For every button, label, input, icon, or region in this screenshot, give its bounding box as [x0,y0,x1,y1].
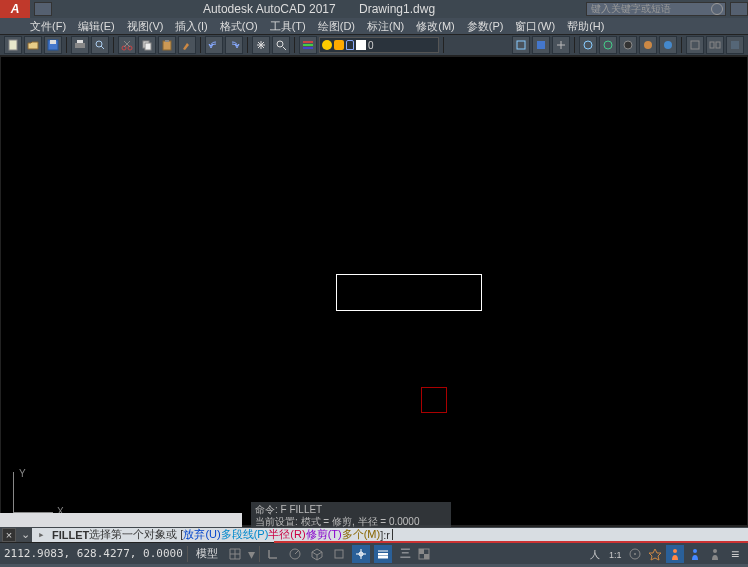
tool-a[interactable] [512,36,530,54]
svg-point-15 [277,41,283,47]
transparency-button[interactable] [415,545,433,563]
layer-name: 0 [368,40,374,51]
cmdline-close-button[interactable]: × [2,528,16,542]
svg-rect-3 [75,43,85,48]
command-line: × ⌄ FILLET 选择第一个对象或 [ 放弃(U) 多段线(P) 半径(R)… [0,526,748,542]
cut-button[interactable] [118,36,136,54]
menu-view[interactable]: 视图(V) [127,19,164,34]
new-button[interactable] [4,36,22,54]
svg-rect-29 [716,42,720,48]
menu-tools[interactable]: 工具(T) [270,19,306,34]
window-minimize[interactable] [730,2,748,16]
qat-dropdown[interactable] [34,2,52,16]
scrollbar-horizontal[interactable] [0,513,242,527]
menu-help[interactable]: 帮助(H) [567,19,604,34]
command-input[interactable]: FILLET 选择第一个对象或 [ 放弃(U) 多段线(P) 半径(R) 修剪(… [32,528,748,542]
svg-point-42 [693,549,697,553]
menu-insert[interactable]: 插入(I) [175,19,207,34]
svg-point-22 [584,41,592,49]
customize-button[interactable]: ≡ [726,545,744,563]
cmd-opt-undo[interactable]: 放弃(U) [183,527,220,542]
open-button[interactable] [24,36,42,54]
menu-parametric[interactable]: 参数(P) [467,19,504,34]
model-label[interactable]: 模型 [192,546,222,561]
pan-button[interactable] [252,36,270,54]
menu-modify[interactable]: 修改(M) [416,19,455,34]
cmd-opt-poly[interactable]: 多段线(P) [221,527,269,542]
infocenter-search[interactable]: 键入关键字或短语 [586,2,726,16]
redo-button[interactable] [225,36,243,54]
zoom-button[interactable] [272,36,290,54]
tool-k[interactable] [726,36,744,54]
aa-button[interactable]: 1:1 [606,545,624,563]
separator [574,37,575,53]
separator [247,37,248,53]
separator [294,37,295,53]
svg-rect-32 [335,550,343,558]
polar-button[interactable] [286,545,304,563]
match-button[interactable] [178,36,196,54]
svg-point-43 [713,549,717,553]
layer-manager-button[interactable] [299,36,317,54]
grid-button[interactable] [226,545,244,563]
lwt-button[interactable] [374,545,392,563]
cmd-typed: r [386,529,390,541]
annotation-auto-button[interactable] [646,545,664,563]
ucs-y-label: Y [19,468,26,479]
svg-point-23 [604,41,612,49]
search-placeholder: 键入关键字或短语 [591,2,671,16]
tool-e[interactable] [599,36,617,54]
drawing-rectangle-white [336,274,482,311]
svg-rect-35 [419,549,424,554]
tool-d[interactable] [579,36,597,54]
svg-rect-21 [537,41,545,49]
svg-line-6 [101,46,104,49]
layer-dropdown[interactable]: 0 [319,37,439,53]
app-logo[interactable]: A [0,0,30,18]
annotation-scale[interactable]: 人 [586,545,604,563]
tool-g[interactable] [639,36,657,54]
cmdline-expand-icon[interactable]: ⌄ [18,528,32,542]
file-name: Drawing1.dwg [359,2,435,16]
undo-button[interactable] [205,36,223,54]
svg-rect-13 [163,41,171,50]
menu-window[interactable]: 窗口(W) [515,19,555,34]
quick-access-toolbar [34,2,52,16]
tool-c[interactable] [552,36,570,54]
tool-b[interactable] [532,36,550,54]
status-right: 人 1:1 ≡ [586,545,744,563]
copy-button[interactable] [138,36,156,54]
tool-f[interactable] [619,36,637,54]
tool-i[interactable] [686,36,704,54]
print-button[interactable] [71,36,89,54]
menu-file[interactable]: 文件(F) [30,19,66,34]
isodraft-button[interactable] [308,545,326,563]
menu-dimension[interactable]: 标注(N) [367,19,404,34]
grid-dropdown[interactable]: ▾ [248,546,255,562]
menu-edit[interactable]: 编辑(E) [78,19,115,34]
separator [113,37,114,53]
otrack-button[interactable] [352,545,370,563]
person-b-button[interactable] [686,545,704,563]
svg-rect-0 [9,40,17,50]
person-c-button[interactable] [706,545,724,563]
tool-h[interactable] [659,36,677,54]
preview-button[interactable] [91,36,109,54]
tool-j[interactable] [706,36,724,54]
separator [259,546,260,562]
cmd-prompt-pre: 选择第一个对象或 [ [89,527,183,542]
coordinates[interactable]: 2112.9083, 628.4277, 0.0000 [4,547,183,560]
search-icon [711,3,723,15]
menu-draw[interactable]: 绘图(D) [318,19,355,34]
menu-format[interactable]: 格式(O) [220,19,258,34]
paste-button[interactable] [158,36,176,54]
iso-mode[interactable]: 三 [400,546,411,561]
drawing-area[interactable]: Y X 命令: F FILLET 当前设置: 模式 = 修剪, 半径 = 0.0… [0,56,748,526]
workspace-button[interactable] [626,545,644,563]
svg-rect-30 [731,41,739,49]
ortho-button[interactable] [264,545,282,563]
person-a-button[interactable] [666,545,684,563]
command-history: 命令: F FILLET 当前设置: 模式 = 修剪, 半径 = 0.0000 [251,502,451,530]
osnap-button[interactable] [330,545,348,563]
save-button[interactable] [44,36,62,54]
